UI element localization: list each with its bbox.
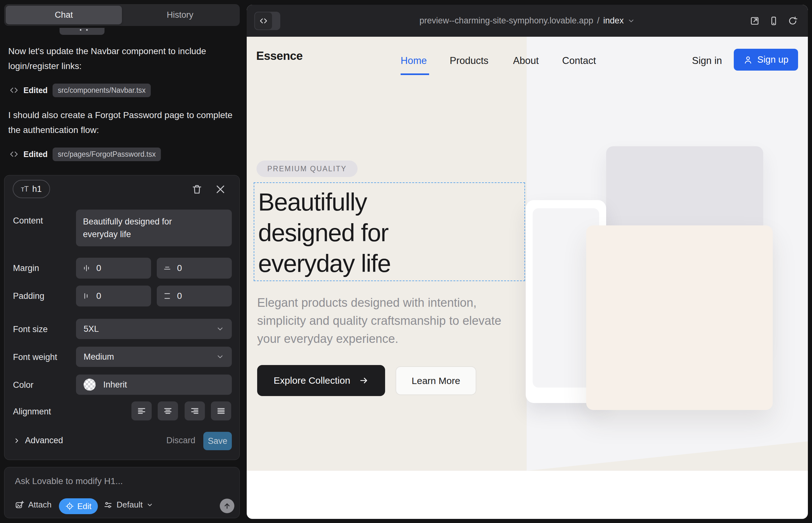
margin-vertical-icon (163, 264, 171, 272)
content-label: Content (13, 216, 43, 226)
font-weight-label: Font weight (13, 353, 57, 362)
composer-placeholder: Ask Lovable to modify H1... (15, 476, 123, 486)
file-chip[interactable]: src/pages/ForgotPassword.tsx (53, 147, 161, 161)
nav-home[interactable]: Home (401, 55, 427, 67)
save-button[interactable]: Save (203, 432, 232, 450)
edited-label: Edited (23, 86, 48, 95)
explore-collection-button[interactable]: Explore Collection (257, 365, 385, 396)
alignment-label: Alignment (13, 407, 51, 417)
sliders-icon (103, 500, 113, 510)
element-tag: h1 (32, 184, 42, 194)
hero-heading[interactable]: Beautifully designed for everyday life (258, 187, 390, 279)
attach-button[interactable]: Attach (15, 500, 52, 510)
padding-horizontal-icon (82, 292, 91, 300)
attach-label: Attach (28, 500, 52, 510)
truncated-file-chip (59, 28, 105, 35)
align-right-button[interactable] (184, 401, 205, 420)
nav-active-underline (401, 73, 429, 75)
assistant-message: I should also create a Forgot Password p… (8, 108, 235, 138)
margin-horizontal-icon (82, 264, 91, 272)
content-input[interactable]: Beautifully designed for everyday life (76, 210, 232, 246)
edited-label: Edited (23, 150, 48, 159)
user-icon (743, 55, 753, 65)
hero-heading-line: designed for (258, 217, 390, 248)
padding-y-value: 0 (177, 291, 182, 301)
color-label: Color (13, 380, 34, 390)
code-view-button[interactable] (255, 12, 272, 30)
sign-up-label: Sign up (757, 54, 788, 65)
sign-in-link[interactable]: Sign in (692, 55, 722, 67)
arrow-up-icon (223, 502, 231, 510)
app-window: Chat History Now let's update the Navbar… (0, 0, 812, 523)
discard-button[interactable]: Discard (163, 436, 198, 446)
padding-y-input[interactable]: 0 (157, 286, 232, 306)
margin-x-input[interactable]: 0 (76, 258, 151, 278)
delete-element-button[interactable] (191, 184, 203, 195)
font-size-select[interactable]: 5XL (76, 319, 232, 339)
nav-products[interactable]: Products (450, 55, 488, 67)
hero-heading-line: everyday life (258, 248, 390, 279)
decor-card-cream (586, 226, 773, 410)
assistant-message: Now let's update the Navbar component to… (8, 44, 235, 73)
close-panel-button[interactable] (215, 184, 226, 195)
site-hero-section: Essence Home Products About Contact Sign… (247, 37, 808, 471)
edited-file-row: Edited src/components/Navbar.tsx (10, 83, 151, 97)
open-external-button[interactable] (749, 16, 760, 26)
url-separator: / (597, 16, 600, 26)
mobile-view-button[interactable] (769, 16, 779, 26)
file-chip[interactable]: src/components/Navbar.tsx (53, 84, 151, 97)
explore-collection-label: Explore Collection (273, 375, 350, 386)
color-swatch-transparent (84, 379, 96, 391)
element-editor-panel: тT h1 Content Beautifully designed for e… (4, 175, 240, 460)
color-value: Inherit (103, 380, 127, 390)
align-center-button[interactable] (158, 401, 178, 420)
text-type-icon: тT (21, 184, 29, 194)
margin-x-value: 0 (96, 263, 101, 273)
code-icon (10, 86, 18, 95)
tab-chat[interactable]: Chat (6, 6, 122, 24)
code-icon (259, 17, 268, 25)
hero-heading-line: Beautifully (258, 187, 390, 217)
sign-up-button[interactable]: Sign up (734, 49, 798, 71)
chevron-down-icon (216, 353, 224, 361)
preview-actions (749, 5, 798, 37)
model-default-selector[interactable]: Default (103, 500, 153, 510)
nav-about[interactable]: About (513, 55, 539, 67)
font-size-label: Font size (13, 325, 48, 334)
font-weight-select[interactable]: Medium (76, 347, 232, 367)
target-icon (65, 502, 74, 511)
margin-y-input[interactable]: 0 (157, 258, 232, 278)
tab-history[interactable]: History (122, 6, 238, 24)
margin-label: Margin (13, 264, 39, 273)
padding-label: Padding (13, 291, 44, 301)
preview-toolbar: preview--charming-site-symphony.lovable.… (247, 5, 808, 37)
url-domain: preview--charming-site-symphony.lovable.… (420, 16, 594, 26)
send-button[interactable] (220, 499, 234, 513)
arrow-right-icon (359, 376, 369, 385)
align-left-button[interactable] (131, 401, 152, 420)
advanced-toggle[interactable]: Advanced (13, 436, 63, 446)
font-size-value: 5XL (84, 324, 99, 334)
code-icon (10, 150, 18, 159)
edit-mode-chip[interactable]: Edit (59, 498, 98, 514)
learn-more-button[interactable]: Learn More (395, 366, 476, 395)
padding-x-input[interactable]: 0 (76, 286, 151, 306)
align-justify-button[interactable] (211, 401, 231, 420)
chat-history-tabbar: Chat History (4, 4, 240, 26)
image-plus-icon (15, 500, 24, 510)
url-page: index (603, 16, 624, 26)
padding-x-value: 0 (96, 291, 101, 301)
edit-label: Edit (77, 502, 91, 511)
site-logo[interactable]: Essence (256, 49, 303, 63)
color-select[interactable]: Inherit (76, 375, 232, 395)
url-bar[interactable]: preview--charming-site-symphony.lovable.… (247, 5, 808, 37)
advanced-label: Advanced (25, 436, 63, 446)
nav-contact[interactable]: Contact (562, 55, 596, 67)
refresh-button[interactable] (788, 16, 798, 26)
chat-composer[interactable]: Ask Lovable to modify H1... Attach Edit … (4, 467, 240, 518)
hero-paragraph: Elegant products designed with intention… (257, 294, 514, 348)
selected-element-badge: тT h1 (13, 180, 50, 198)
font-weight-value: Medium (84, 352, 114, 362)
chevron-down-icon (216, 325, 224, 333)
chevron-right-icon (13, 437, 21, 445)
